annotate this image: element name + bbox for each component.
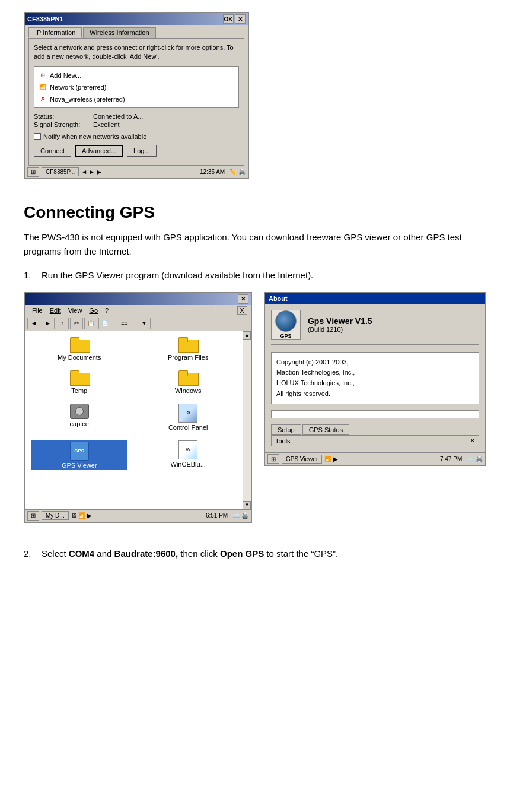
- dialog-taskbar: ⊞ CF8385P... ◄ ► ▶ 12:35 AM ✏️ 🖨️: [25, 166, 248, 178]
- file-item-my-documents[interactable]: My Documents: [31, 337, 128, 361]
- about-taskbar-item[interactable]: GPS Viewer: [282, 455, 322, 464]
- copy-btn[interactable]: 📋: [84, 318, 97, 329]
- menu-help[interactable]: ?: [101, 306, 112, 315]
- up-btn[interactable]: ↑: [56, 318, 69, 329]
- tab-ip-information[interactable]: IP Information: [28, 27, 82, 38]
- list-item-add-new[interactable]: ⊕ Add New...: [34, 69, 238, 81]
- tab-gps-status[interactable]: GPS Status: [302, 424, 349, 435]
- footer-buttons: Connect Advanced... Log...: [34, 145, 239, 157]
- scroll-up-btn[interactable]: ▲: [243, 331, 251, 340]
- ok-button[interactable]: OK: [223, 14, 234, 24]
- file-item-winceblu[interactable]: W WinCEBlu...: [139, 440, 236, 470]
- notify-checkbox[interactable]: [34, 133, 41, 140]
- file-item-temp[interactable]: Temp: [31, 370, 128, 394]
- step-2-number: 2.: [24, 547, 38, 561]
- file-explorer-window: ✕ File Edit View Go ? X ◄ ► ↑ ✂ 📋 📄 ≡≡ ▼: [24, 292, 252, 523]
- about-taskbar-nav: 📶 ▶: [324, 456, 338, 462]
- explorer-taskbar-item[interactable]: My D...: [42, 511, 69, 520]
- log-button[interactable]: Log...: [127, 145, 157, 157]
- advanced-button[interactable]: Advanced...: [75, 145, 123, 157]
- explorer-start-icon[interactable]: ⊞: [27, 511, 39, 521]
- menu-edit[interactable]: Edit: [46, 306, 65, 315]
- status-label: Status:: [34, 113, 81, 120]
- taskbar-app[interactable]: CF8385P...: [42, 167, 79, 176]
- list-item-nova-wireless[interactable]: ✗ Nova_wireless (preferred): [34, 93, 238, 105]
- copyright-line2: Maction Technologies, Inc.,: [276, 367, 474, 378]
- about-footer-tabs: Setup GPS Status: [271, 424, 479, 435]
- step-1: 1. Run the GPS Viewer program (download …: [24, 268, 486, 283]
- section-paragraph: The PWS-430 is not equipped with GPS app…: [24, 230, 486, 259]
- step-2-text: Select COM4 and Baudrate:9600, then clic…: [42, 547, 338, 561]
- about-title-block: Gps Viewer V1.5 (Build 1210): [308, 316, 372, 333]
- menu-file[interactable]: File: [28, 306, 46, 315]
- step2-open-gps: Open GPS: [220, 548, 264, 559]
- about-app-name: Gps Viewer V1.5: [308, 316, 372, 326]
- about-titlebar: About: [265, 293, 485, 304]
- add-icon: ⊕: [38, 71, 47, 80]
- generic-icon-control-panel: ⚙: [179, 404, 197, 423]
- scroll-down-btn[interactable]: ▼: [243, 501, 251, 509]
- about-build: (Build 1210): [308, 326, 372, 333]
- explorer-file-grid: My Documents Program Files Temp: [25, 331, 243, 509]
- gps-app-icon: GPS: [70, 442, 89, 461]
- file-item-captce[interactable]: captce: [31, 404, 128, 431]
- back-btn[interactable]: ◄: [27, 318, 40, 329]
- step-1-number: 1.: [24, 268, 38, 283]
- copyright-line4: All rights reserved.: [276, 389, 474, 399]
- vertical-scrollbar[interactable]: ▲ ▼: [243, 331, 251, 509]
- tools-bar: Tools ✕: [271, 435, 479, 446]
- tools-close[interactable]: ✕: [470, 437, 475, 445]
- about-dialog: About GPS Gps Viewer V1.5 (Build 1210) C…: [264, 292, 486, 466]
- taskbar-icons: ✏️ 🖨️: [230, 169, 246, 175]
- folder-icon-windows: [179, 370, 197, 386]
- status-area: Status: Connected to A... Signal Strengt…: [34, 113, 239, 128]
- about-taskbar-time: 7:47 PM: [440, 456, 462, 462]
- cut-btn[interactable]: ✂: [70, 318, 83, 329]
- list-item-network[interactable]: 📶 Network (preferred): [34, 81, 238, 93]
- explorer-close-btn[interactable]: ✕: [238, 294, 248, 304]
- scroll-track[interactable]: [243, 340, 251, 501]
- file-item-control-panel[interactable]: ⚙ Control Panel: [139, 404, 236, 431]
- view-btn[interactable]: ≡≡: [113, 318, 136, 329]
- menu-go[interactable]: Go: [85, 306, 101, 315]
- gps-logo: GPS: [271, 310, 301, 340]
- start-icon[interactable]: ⊞: [27, 167, 39, 177]
- explorer-menubar: File Edit View Go ? X: [25, 305, 251, 316]
- camera-icon-captce: [70, 404, 89, 419]
- status-row-2: Signal Strength: Excellent: [34, 121, 239, 128]
- explorer-taskbar-icons: ⌨️ 🖨️: [232, 512, 248, 519]
- explorer-main: My Documents Program Files Temp: [25, 331, 243, 509]
- wireless-dialog: CF8385PN1 OK ✕ IP Information Wireless I…: [24, 12, 249, 179]
- file-item-gps-viewer[interactable]: GPS GPS Viewer: [31, 440, 128, 470]
- down-arrow-btn[interactable]: ▼: [138, 318, 151, 329]
- paste-btn[interactable]: 📄: [98, 318, 111, 329]
- explorer-content-area: My Documents Program Files Temp: [25, 331, 251, 509]
- signal-label: Signal Strength:: [34, 121, 81, 128]
- menu-view[interactable]: View: [65, 306, 86, 315]
- tab-setup[interactable]: Setup: [271, 424, 301, 435]
- folder-icon-my-documents: [70, 337, 89, 353]
- explorer-taskbar-nav: 🖥 📶 ▶: [71, 512, 93, 519]
- wireless-dialog-screenshot: CF8385PN1 OK ✕ IP Information Wireless I…: [24, 12, 486, 179]
- connect-button[interactable]: Connect: [34, 145, 71, 157]
- copyright-line3: HOLUX Technologies, Inc.,: [276, 378, 474, 389]
- tab-wireless-information[interactable]: Wireless Information: [83, 27, 155, 38]
- file-item-windows[interactable]: Windows: [139, 370, 236, 394]
- notify-label: Notify when new networks available: [43, 133, 146, 140]
- globe-icon: [275, 310, 297, 332]
- step-1-text: Run the GPS Viewer program (download ava…: [42, 268, 313, 283]
- menu-close-x[interactable]: X: [237, 306, 247, 315]
- forward-btn[interactable]: ►: [42, 318, 55, 329]
- gps-screenshots-row: ✕ File Edit View Go ? X ◄ ► ↑ ✂ 📋 📄 ≡≡ ▼: [24, 292, 486, 523]
- file-item-program-files[interactable]: Program Files: [139, 337, 236, 361]
- about-start-icon[interactable]: ⊞: [267, 454, 279, 464]
- explorer-taskbar-time: 6:51 PM: [206, 512, 228, 519]
- dialog-titlebar: CF8385PN1 OK ✕: [25, 13, 248, 25]
- about-copyright: Copyright (c) 2001-2003, Maction Technol…: [271, 352, 479, 404]
- titlebar-buttons: OK ✕: [223, 14, 246, 24]
- instruction-text: Select a network and press connect or ri…: [34, 43, 239, 62]
- close-button[interactable]: ✕: [235, 14, 246, 24]
- network-list: ⊕ Add New... 📶 Network (preferred) ✗ Nov…: [34, 66, 239, 108]
- taskbar-nav: ◄ ► ▶: [81, 169, 101, 175]
- copyright-line1: Copyright (c) 2001-2003,: [276, 357, 474, 368]
